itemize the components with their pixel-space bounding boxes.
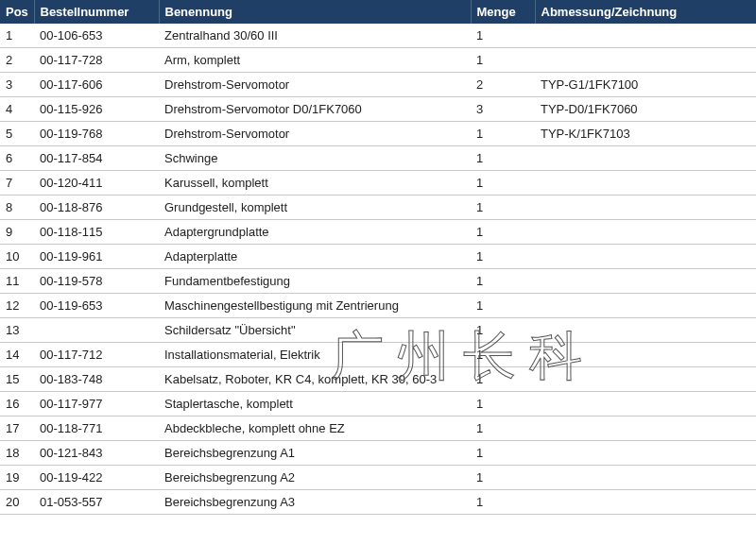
cell-pos: 14 bbox=[0, 343, 34, 367]
cell-name: Zentralhand 30/60 III bbox=[159, 24, 471, 48]
cell-dim bbox=[535, 245, 756, 269]
cell-dim bbox=[535, 24, 756, 48]
table-row: 700-120-411Karussell, komplett1 bbox=[0, 171, 756, 196]
cell-qty: 1 bbox=[471, 416, 535, 441]
header-name: Benennung bbox=[159, 0, 471, 24]
cell-order: 00-119-422 bbox=[34, 466, 159, 490]
cell-pos: 1 bbox=[0, 24, 34, 48]
cell-order: 00-106-653 bbox=[34, 24, 159, 48]
cell-qty: 1 bbox=[471, 146, 535, 171]
cell-dim bbox=[535, 416, 756, 441]
table-row: 1700-118-771Abdeckbleche, komplett ohne … bbox=[0, 416, 756, 441]
cell-order: 00-119-653 bbox=[34, 294, 159, 318]
cell-pos: 5 bbox=[0, 122, 34, 146]
cell-dim bbox=[535, 441, 756, 466]
table-row: 1400-117-712Installationsmaterial, Elekt… bbox=[0, 343, 756, 367]
cell-qty: 1 bbox=[471, 196, 535, 220]
cell-pos: 16 bbox=[0, 392, 34, 416]
cell-pos: 13 bbox=[0, 318, 34, 343]
cell-pos: 10 bbox=[0, 245, 34, 269]
cell-qty: 1 bbox=[471, 48, 535, 73]
table-row: 200-117-728Arm, komplett1 bbox=[0, 48, 756, 73]
cell-pos: 3 bbox=[0, 73, 34, 97]
cell-qty: 1 bbox=[471, 441, 535, 466]
cell-pos: 2 bbox=[0, 48, 34, 73]
header-row: Pos Bestellnummer Benennung Menge Abmess… bbox=[0, 0, 756, 24]
cell-name: Installationsmaterial, Elektrik bbox=[159, 343, 471, 367]
cell-qty: 1 bbox=[471, 466, 535, 490]
table-row: 100-106-653Zentralhand 30/60 III1 bbox=[0, 24, 756, 48]
table-row: 1500-183-748Kabelsatz, Roboter, KR C4, k… bbox=[0, 367, 756, 392]
cell-dim: TYP-D0/1FK7060 bbox=[535, 97, 756, 122]
cell-pos: 19 bbox=[0, 466, 34, 490]
table-row: 1600-117-977Staplertasche, komplett1 bbox=[0, 392, 756, 416]
table-row: 1100-119-578Fundamentbefestigung1 bbox=[0, 269, 756, 294]
cell-order: 00-118-771 bbox=[34, 416, 159, 441]
cell-order bbox=[34, 318, 159, 343]
cell-dim bbox=[535, 171, 756, 196]
cell-pos: 18 bbox=[0, 441, 34, 466]
cell-qty: 1 bbox=[471, 490, 535, 515]
cell-name: Drehstrom-Servomotor bbox=[159, 122, 471, 146]
header-pos: Pos bbox=[0, 0, 34, 24]
cell-name: Adapterplatte bbox=[159, 245, 471, 269]
cell-name: Schwinge bbox=[159, 146, 471, 171]
table-row: 300-117-606Drehstrom-Servomotor2TYP-G1/1… bbox=[0, 73, 756, 97]
cell-order: 00-115-926 bbox=[34, 97, 159, 122]
cell-qty: 1 bbox=[471, 220, 535, 245]
cell-order: 00-120-411 bbox=[34, 171, 159, 196]
cell-pos: 8 bbox=[0, 196, 34, 220]
table-row: 600-117-854Schwinge1 bbox=[0, 146, 756, 171]
cell-order: 00-117-606 bbox=[34, 73, 159, 97]
cell-name: Adaptergrundplatte bbox=[159, 220, 471, 245]
table-row: 400-115-926Drehstrom-Servomotor D0/1FK70… bbox=[0, 97, 756, 122]
cell-name: Abdeckbleche, komplett ohne EZ bbox=[159, 416, 471, 441]
cell-dim bbox=[535, 220, 756, 245]
cell-name: Grundgestell, komplett bbox=[159, 196, 471, 220]
cell-name: Schildersatz "Übersicht" bbox=[159, 318, 471, 343]
cell-name: Kabelsatz, Roboter, KR C4, komplett, KR … bbox=[159, 367, 471, 392]
cell-dim bbox=[535, 269, 756, 294]
cell-qty: 1 bbox=[471, 269, 535, 294]
cell-order: 00-119-961 bbox=[34, 245, 159, 269]
cell-qty: 3 bbox=[471, 97, 535, 122]
cell-order: 00-118-115 bbox=[34, 220, 159, 245]
table-row: 1900-119-422Bereichsbegrenzung A21 bbox=[0, 466, 756, 490]
cell-order: 00-117-854 bbox=[34, 146, 159, 171]
cell-dim bbox=[535, 294, 756, 318]
cell-name: Staplertasche, komplett bbox=[159, 392, 471, 416]
cell-name: Arm, komplett bbox=[159, 48, 471, 73]
header-qty: Menge bbox=[471, 0, 535, 24]
cell-order: 00-118-876 bbox=[34, 196, 159, 220]
cell-qty: 1 bbox=[471, 24, 535, 48]
table-row: 1000-119-961Adapterplatte1 bbox=[0, 245, 756, 269]
cell-qty: 1 bbox=[471, 367, 535, 392]
cell-order: 00-121-843 bbox=[34, 441, 159, 466]
cell-dim bbox=[535, 466, 756, 490]
cell-dim bbox=[535, 48, 756, 73]
table-row: 800-118-876Grundgestell, komplett1 bbox=[0, 196, 756, 220]
cell-pos: 20 bbox=[0, 490, 34, 515]
cell-pos: 6 bbox=[0, 146, 34, 171]
cell-qty: 1 bbox=[471, 122, 535, 146]
cell-name: Bereichsbegrenzung A1 bbox=[159, 441, 471, 466]
cell-dim bbox=[535, 367, 756, 392]
cell-order: 00-117-977 bbox=[34, 392, 159, 416]
cell-dim bbox=[535, 146, 756, 171]
cell-order: 00-117-712 bbox=[34, 343, 159, 367]
cell-order: 00-117-728 bbox=[34, 48, 159, 73]
cell-qty: 1 bbox=[471, 171, 535, 196]
cell-name: Bereichsbegrenzung A2 bbox=[159, 466, 471, 490]
cell-dim bbox=[535, 490, 756, 515]
table-row: 900-118-115Adaptergrundplatte1 bbox=[0, 220, 756, 245]
cell-qty: 2 bbox=[471, 73, 535, 97]
table-row: 13Schildersatz "Übersicht"1 bbox=[0, 318, 756, 343]
cell-order: 00-183-748 bbox=[34, 367, 159, 392]
cell-name: Maschinengestellbestigung mit Zentrierun… bbox=[159, 294, 471, 318]
cell-pos: 11 bbox=[0, 269, 34, 294]
cell-name: Drehstrom-Servomotor bbox=[159, 73, 471, 97]
cell-pos: 15 bbox=[0, 367, 34, 392]
cell-qty: 1 bbox=[471, 343, 535, 367]
cell-name: Bereichsbegrenzung A3 bbox=[159, 490, 471, 515]
cell-pos: 17 bbox=[0, 416, 34, 441]
